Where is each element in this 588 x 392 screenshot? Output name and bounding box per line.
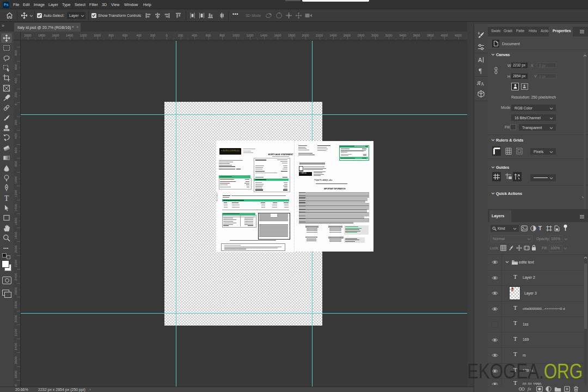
svg-text:A: A (478, 57, 482, 63)
svg-text:A: A (481, 82, 484, 87)
svg-text:T: T (4, 194, 9, 203)
svg-text:¶: ¶ (479, 68, 482, 74)
svg-text:E: E (478, 32, 480, 35)
